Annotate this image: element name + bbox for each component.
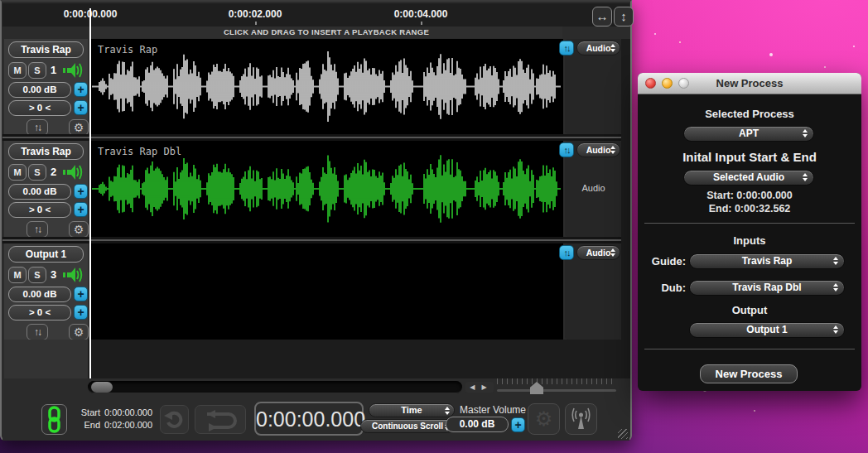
dialog-title-bar[interactable]: New Process: [638, 73, 861, 94]
start-value: 0:00:00.000: [104, 407, 152, 417]
left-right-arrows-icon: ◀ ▶: [470, 383, 489, 391]
track2-gain-field[interactable]: 0.00 dB: [8, 184, 71, 200]
ruler-label: 0:00:04.000: [394, 8, 448, 20]
playhead-cursor[interactable]: [89, 8, 91, 378]
zoom-slider-track[interactable]: [497, 389, 616, 392]
ruler-tick: [255, 22, 257, 25]
output-dropdown[interactable]: Output 1: [689, 322, 845, 338]
playhead-time-display[interactable]: 0:00:00.000: [254, 402, 364, 436]
track1-audio-dropdown[interactable]: Audio: [576, 41, 620, 55]
new-process-button[interactable]: New Process: [700, 364, 798, 383]
loop-arrows-icon: [195, 422, 245, 436]
speaker-icon[interactable]: [62, 61, 84, 83]
playback-range-hint[interactable]: CLICK AND DRAG TO INSERT A PLAYBACK RANG…: [90, 27, 562, 38]
end-time-text: End: 0:00:32.562: [638, 203, 861, 214]
track1-gain-field[interactable]: 0.00 dB: [8, 82, 71, 98]
track2-waveform-area[interactable]: Travis Rap Dbl: [91, 141, 563, 237]
track1-name-button[interactable]: Travis Rap: [8, 41, 84, 58]
broadcast-button[interactable]: [565, 403, 597, 435]
dropdown-value: APT: [739, 128, 759, 139]
track3-waveform-area[interactable]: [91, 243, 563, 340]
dropdown-value: Audio: [586, 248, 611, 258]
master-volume-field[interactable]: 0.00 dB: [446, 417, 509, 432]
pan-automation-add-button[interactable]: +: [74, 100, 88, 115]
process-settings-button[interactable]: ⚙: [528, 403, 560, 435]
gear-icon: ⚙: [74, 223, 84, 236]
dropdown-value: Travis Rap: [742, 255, 793, 267]
track-reorder-button[interactable]: ↑↓: [27, 119, 48, 136]
dub-dropdown[interactable]: Travis Rap Dbl: [689, 280, 845, 296]
chain-link-icon: [42, 422, 66, 436]
track3-gain-field[interactable]: 0.00 dB: [8, 287, 71, 302]
track-divider[interactable]: [2, 134, 629, 141]
track3-name-button[interactable]: Output 1: [8, 246, 84, 263]
undo-button[interactable]: [160, 405, 189, 434]
new-process-dialog: New Process Selected Process APT Inital …: [638, 73, 861, 391]
track3-pan-field[interactable]: > 0 <: [8, 305, 71, 320]
gain-automation-add-button[interactable]: +: [74, 287, 88, 301]
dropdown-value: Time: [401, 405, 422, 415]
pan-automation-add-button[interactable]: +: [74, 202, 88, 217]
vertical-zoom-button[interactable]: ↕: [614, 7, 634, 27]
right-edge-strip: [621, 39, 630, 378]
track2-number: 2: [51, 166, 56, 178]
popup-arrows-icon: [833, 325, 839, 334]
speaker-icon[interactable]: [62, 163, 84, 185]
dropdown-value: Continuous Scroll: [372, 422, 443, 431]
track2-pan-field[interactable]: > 0 <: [8, 202, 71, 218]
track1-routing-button[interactable]: ↑↓: [559, 41, 574, 55]
popup-arrows-icon: [610, 146, 616, 154]
blue-up-down-arrows-icon: ↑↓: [564, 145, 570, 155]
track3-audio-dropdown[interactable]: Audio: [576, 245, 620, 260]
time-format-dropdown[interactable]: Time: [369, 403, 455, 417]
track2-audio-dropdown[interactable]: Audio: [576, 142, 620, 157]
timeline-ruler[interactable]: 0:00:00.000 0:00:02.000 0:00:04.000 ↔ ↕: [2, 3, 629, 27]
gain-automation-add-button[interactable]: +: [74, 184, 88, 199]
plus-icon: +: [514, 418, 521, 431]
track1-mute-button[interactable]: M: [8, 62, 27, 79]
pan-automation-add-button[interactable]: +: [74, 305, 88, 320]
process-dropdown[interactable]: APT: [683, 126, 814, 142]
separator: [644, 349, 855, 349]
start-time-text: Start: 0:00:00.000: [638, 190, 861, 201]
track3-mute-button[interactable]: M: [8, 267, 27, 283]
blue-up-down-arrows-icon: ↑↓: [564, 43, 570, 53]
popup-arrows-icon: [610, 44, 616, 52]
loop-playback-button[interactable]: [195, 405, 246, 434]
track3-number: 3: [51, 268, 56, 281]
track2-name-button[interactable]: Travis Rap: [8, 143, 84, 160]
track2-solo-button[interactable]: S: [28, 164, 46, 181]
track-reorder-button[interactable]: ↑↓: [27, 324, 48, 340]
horizontal-scrollbar[interactable]: [88, 381, 462, 393]
track1-pan-field[interactable]: > 0 <: [8, 100, 71, 116]
plus-icon: +: [77, 306, 84, 319]
link-selection-button[interactable]: [41, 404, 67, 435]
speaker-icon[interactable]: [62, 266, 84, 287]
popup-arrows-icon: [803, 129, 808, 137]
track-divider[interactable]: [2, 237, 629, 243]
track2-mute-button[interactable]: M: [8, 164, 27, 181]
scroll-arrow-buttons[interactable]: ◀ ▶: [465, 382, 494, 393]
track1-waveform-area[interactable]: Travis Rap: [91, 39, 563, 134]
horizontal-zoom-button[interactable]: ↔: [592, 7, 612, 27]
track-settings-button[interactable]: ⚙: [69, 221, 89, 238]
track-settings-button[interactable]: ⚙: [69, 324, 89, 340]
scroll-mode-dropdown[interactable]: Continuous Scroll: [360, 419, 455, 433]
scrollbar-thumb[interactable]: [91, 382, 113, 393]
separator: [644, 223, 855, 224]
popup-arrows-icon: [445, 407, 451, 415]
input-range-dropdown[interactable]: Selected Audio: [683, 170, 814, 186]
window-resize-grip[interactable]: [618, 429, 628, 439]
track2-panel-label: Audio: [565, 183, 622, 193]
track-reorder-button[interactable]: ↑↓: [27, 221, 48, 238]
gain-automation-add-button[interactable]: +: [74, 82, 88, 97]
guide-dropdown[interactable]: Travis Rap: [689, 253, 845, 269]
track3-solo-button[interactable]: S: [28, 267, 46, 283]
track1-solo-button[interactable]: S: [28, 62, 46, 79]
plus-icon: +: [77, 185, 84, 198]
master-volume-add-button[interactable]: +: [511, 417, 525, 432]
track-settings-button[interactable]: ⚙: [69, 119, 89, 136]
plus-icon: +: [77, 83, 84, 96]
track2-routing-button[interactable]: ↑↓: [559, 142, 574, 157]
track3-routing-button[interactable]: ↑↓: [559, 245, 574, 260]
